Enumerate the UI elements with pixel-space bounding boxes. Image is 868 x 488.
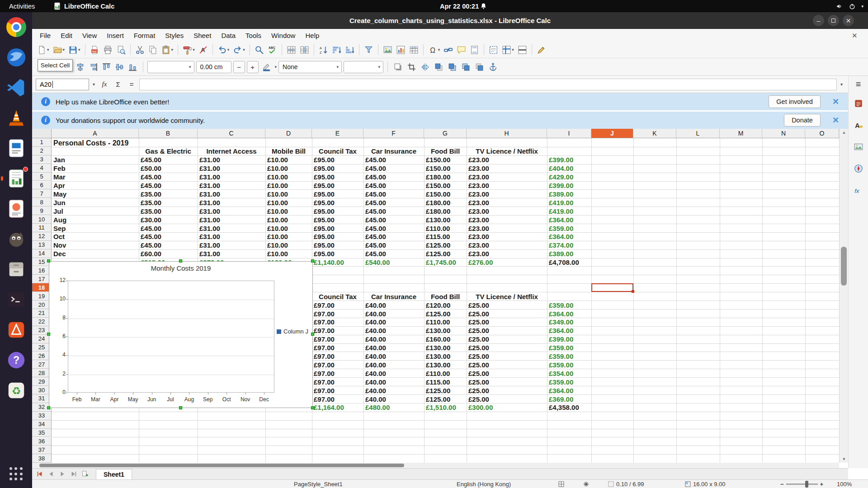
cell-G12[interactable]: £115.00 <box>426 232 450 241</box>
maximize-button[interactable] <box>828 15 839 26</box>
cell-I7[interactable]: £389.00 <box>549 190 573 198</box>
cell-B13[interactable]: £45.00 <box>141 241 161 249</box>
cell-C6[interactable]: £31.00 <box>199 181 220 190</box>
cell-E7[interactable]: £95.00 <box>314 190 335 198</box>
zoom-out-icon[interactable]: − <box>780 481 784 488</box>
cell-G29[interactable]: £115.00 <box>426 378 450 386</box>
align-middle-icon[interactable] <box>113 60 126 74</box>
cell-I29[interactable]: £359.00 <box>549 378 573 386</box>
insert-image-icon[interactable] <box>382 43 394 56</box>
cell-B10[interactable]: £30.00 <box>141 216 161 224</box>
special-character-icon[interactable]: Ω▾ <box>427 43 442 56</box>
notification-bell-icon[interactable] <box>480 0 487 12</box>
previous-sheet-icon[interactable] <box>46 469 56 479</box>
menu-sheet[interactable]: Sheet <box>189 30 216 41</box>
cell-F12[interactable]: £45.00 <box>365 232 386 241</box>
page-style-status[interactable]: PageStyle_Sheet1 <box>294 480 343 488</box>
cell-F24[interactable]: £40.00 <box>365 335 386 343</box>
cell-I28[interactable]: £354.00 <box>549 369 573 378</box>
column-header-N[interactable]: N <box>762 129 805 138</box>
spelling-icon[interactable]: ABC <box>266 43 278 56</box>
column-header-I[interactable]: I <box>547 129 591 138</box>
menu-window[interactable]: Window <box>266 30 300 41</box>
selection-handle[interactable] <box>179 406 182 409</box>
cell-G26[interactable]: £130.00 <box>426 352 450 361</box>
undo-icon[interactable]: ▾ <box>216 43 231 56</box>
cell-E9[interactable]: £95.00 <box>314 207 335 216</box>
cell-G5[interactable]: £180.00 <box>426 173 450 181</box>
menu-file[interactable]: File <box>35 30 56 41</box>
system-tray[interactable]: ▾ <box>836 0 863 12</box>
cell-A6[interactable]: Apr <box>53 181 65 190</box>
function-wizard-icon[interactable]: fx <box>99 79 110 90</box>
column-header-D[interactable]: D <box>265 129 312 138</box>
cell-G8[interactable]: £180.00 <box>426 198 450 207</box>
cell-G28[interactable]: £110.00 <box>426 369 450 378</box>
sort-icon[interactable]: AZ <box>317 43 330 56</box>
horizontal-scrollbar[interactable] <box>32 463 839 468</box>
cell-F9[interactable]: £45.00 <box>365 207 386 216</box>
cell-G23[interactable]: £130.00 <box>426 326 450 335</box>
menu-data[interactable]: Data <box>216 30 241 41</box>
row-header-37[interactable]: 37 <box>32 446 52 454</box>
cell-I12[interactable]: £364.00 <box>549 232 573 241</box>
column-header-C[interactable]: C <box>198 129 265 138</box>
cell-H9[interactable]: £23.00 <box>468 207 489 216</box>
vertical-scroll-thumb[interactable] <box>841 247 847 286</box>
cell-I10[interactable]: £364.00 <box>549 216 573 224</box>
cell-F4[interactable]: £45.00 <box>365 164 386 173</box>
styles-icon[interactable]: A <box>854 120 863 132</box>
language-status[interactable]: English (Hong Kong) <box>457 480 511 488</box>
cell-H25[interactable]: £25.00 <box>468 343 489 352</box>
column-header-H[interactable]: H <box>467 129 547 138</box>
menu-help[interactable]: Help <box>300 30 324 41</box>
cell-I13[interactable]: £374.00 <box>549 241 573 249</box>
cell-H30[interactable]: £25.00 <box>468 386 489 395</box>
find-replace-icon[interactable] <box>253 43 265 56</box>
cell-G14[interactable]: £125.00 <box>426 249 450 258</box>
cell-D8[interactable]: £10.00 <box>267 198 288 207</box>
cell-F14[interactable]: £45.00 <box>365 249 386 258</box>
cell-C11[interactable]: £31.00 <box>199 224 220 233</box>
menu-view[interactable]: View <box>77 30 102 41</box>
cell-F5[interactable]: £45.00 <box>365 173 386 181</box>
selection-handle[interactable] <box>47 333 50 336</box>
cell-D12[interactable]: £10.00 <box>267 232 288 241</box>
split-window-icon[interactable] <box>516 43 528 56</box>
functions-icon[interactable]: fx <box>854 185 863 197</box>
horizontal-scroll-thumb[interactable] <box>39 464 404 467</box>
cell-E29[interactable]: £97.00 <box>314 378 335 386</box>
row-header-13[interactable]: 13 <box>32 241 52 249</box>
last-sheet-icon[interactable] <box>69 469 79 479</box>
print-area-icon[interactable] <box>487 43 500 56</box>
cell-B6[interactable]: £45.00 <box>141 181 161 190</box>
send-to-back-icon[interactable] <box>473 60 486 74</box>
cell-G6[interactable]: £150.00 <box>426 181 450 190</box>
cell-I9[interactable]: £419.00 <box>549 207 573 216</box>
volume-icon[interactable] <box>836 3 843 10</box>
align-center-h-icon[interactable] <box>74 60 86 74</box>
cell-D10[interactable]: £10.00 <box>267 216 288 224</box>
selection-mode-icon[interactable] <box>558 480 564 488</box>
cell-B11[interactable]: £45.00 <box>141 224 161 233</box>
cell-D4[interactable]: £10.00 <box>267 164 288 173</box>
column-header-F[interactable]: F <box>363 129 424 138</box>
row-header-12[interactable]: 12 <box>32 232 52 241</box>
cell-E27[interactable]: £97.00 <box>314 361 335 369</box>
cell-A14[interactable]: Dec <box>53 249 66 258</box>
cell-F2[interactable]: Car Insurance <box>363 147 424 155</box>
cell-F21[interactable]: £40.00 <box>365 310 386 318</box>
equals-icon[interactable]: = <box>126 79 137 90</box>
cell-I11[interactable]: £359.00 <box>549 224 573 233</box>
cell-E12[interactable]: £95.00 <box>314 232 335 241</box>
cell-C3[interactable]: £31.00 <box>199 155 220 164</box>
cell-G27[interactable]: £130.00 <box>426 361 450 369</box>
sum-icon[interactable]: Σ <box>112 79 124 90</box>
vertical-scrollbar[interactable]: ▲ ▼ <box>839 129 848 463</box>
sort-descending-icon[interactable] <box>344 43 356 56</box>
help-icon[interactable]: ? <box>5 349 27 371</box>
cell-E31[interactable]: £97.00 <box>314 395 335 404</box>
row-header-7[interactable]: 7 <box>32 189 52 198</box>
anchor-icon[interactable] <box>487 60 499 74</box>
row-header-10[interactable]: 10 <box>32 215 52 224</box>
